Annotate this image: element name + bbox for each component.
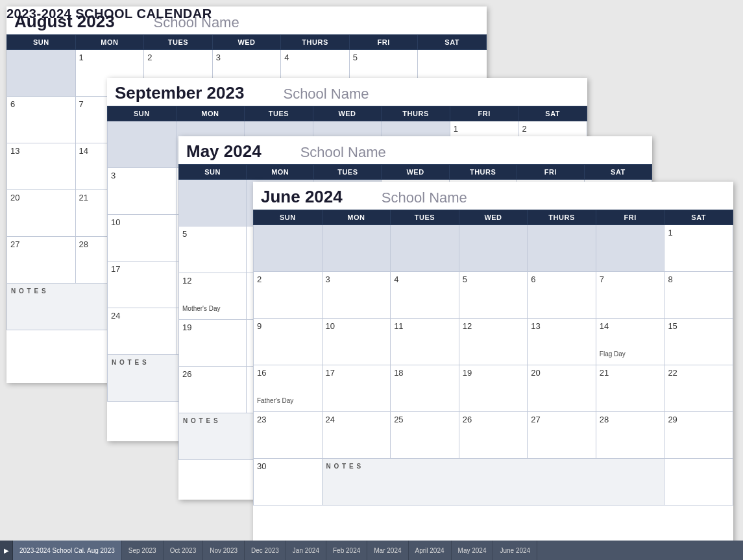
jun-16: 16Father's Day — [254, 365, 323, 412]
jun-7: 7 — [596, 272, 664, 319]
sep-col-thu: THURS — [382, 106, 450, 121]
jun-14: 14Flag Day — [596, 319, 664, 365]
jun-24: 24 — [322, 412, 391, 459]
mothers-day-event: Mother's Day — [182, 305, 243, 312]
tab-nov-2023[interactable]: Nov 2023 — [203, 541, 245, 560]
jun-12: 12 — [459, 319, 528, 365]
june-school-name: School Name — [382, 189, 467, 206]
sep-col-tue: TUES — [245, 106, 313, 121]
tab-scroll-left[interactable]: ▶ — [0, 541, 13, 560]
jun-e4 — [459, 225, 528, 272]
flag-day-event: Flag Day — [600, 350, 661, 358]
jun-2: 2 — [254, 272, 323, 319]
jun-5: 5 — [459, 272, 528, 319]
sep-17: 17 — [108, 262, 177, 308]
jun-25: 25 — [391, 412, 459, 459]
tab-mar-2024[interactable]: Mar 2024 — [367, 541, 408, 560]
jun-row-2: 2 3 4 5 6 7 8 — [254, 272, 733, 319]
june-header: June 2024 School Name — [253, 182, 733, 210]
may-col-thu: THURS — [449, 165, 517, 180]
jun-col-wed: WED — [459, 210, 528, 225]
sep-col-fri: FRI — [450, 106, 518, 121]
jun-18: 18 — [391, 365, 459, 412]
tab-sep-2023[interactable]: Sep 2023 — [122, 541, 164, 560]
aug-col-mon: MON — [75, 35, 144, 50]
jun-e1 — [254, 225, 323, 272]
jun-22: 22 — [664, 365, 733, 412]
page-main-title: 2023-2024 SCHOOL CALENDAR — [6, 6, 212, 21]
sep-24: 24 — [108, 308, 177, 355]
jun-e3 — [391, 225, 459, 272]
jun-9: 9 — [254, 319, 323, 365]
aug-col-tue: TUES — [144, 35, 213, 50]
may-19: 19 — [179, 320, 247, 367]
tab-oct-2023[interactable]: Oct 2023 — [164, 541, 204, 560]
jun-row-6: 30 N O T E S — [254, 459, 733, 505]
aug-col-wed: WED — [212, 35, 281, 50]
jun-1: 1 — [664, 225, 733, 272]
sep-col-mon: MON — [176, 106, 245, 121]
may-col-wed: WED — [382, 165, 449, 180]
jun-e2 — [322, 225, 391, 272]
jun-10: 10 — [322, 319, 391, 365]
aug-6: 6 — [7, 97, 76, 143]
jun-col-tue: TUES — [391, 210, 459, 225]
tab-may-2024[interactable]: May 2024 — [452, 541, 494, 560]
aug-col-sun: SUN — [7, 35, 76, 50]
may-col-fri: FRI — [517, 165, 584, 180]
tab-jan-2024[interactable]: Jan 2024 — [286, 541, 326, 560]
tab-bar: ▶ 2023-2024 School Cal. Aug 2023 Sep 202… — [0, 541, 743, 560]
aug-col-fri: FRI — [349, 35, 418, 50]
may-col-sun: SUN — [179, 165, 247, 180]
jun-col-fri: FRI — [596, 210, 664, 225]
jun-e5 — [528, 225, 596, 272]
june-grid: SUN MON TUES WED THURS FRI SAT 1 — [253, 210, 733, 505]
sep-10: 10 — [108, 215, 177, 262]
sep-col-wed: WED — [313, 106, 382, 121]
jun-29: 29 — [664, 412, 733, 459]
aug-col-thu: THURS — [281, 35, 350, 50]
september-header: September 2023 School Name — [107, 78, 587, 106]
aug-13: 13 — [7, 143, 76, 190]
may-col-tue: TUES — [314, 165, 382, 180]
jun-3: 3 — [322, 272, 391, 319]
jun-20: 20 — [528, 365, 596, 412]
may-month-title: May 2024 — [186, 141, 262, 162]
jun-notes-end — [664, 459, 733, 505]
jun-4: 4 — [391, 272, 459, 319]
page-title-area: 2023-2024 SCHOOL CALENDAR — [6, 6, 212, 21]
jun-23: 23 — [254, 412, 323, 459]
jun-row-3: 9 10 11 12 13 14Flag Day 15 — [254, 319, 733, 365]
jun-e6 — [596, 225, 664, 272]
jun-row-4: 16Father's Day 17 18 19 20 21 22 — [254, 365, 733, 412]
tab-june-2024[interactable]: June 2024 — [493, 541, 537, 560]
jun-19: 19 — [459, 365, 528, 412]
jun-30: 30 — [254, 459, 323, 505]
tab-aug-2023[interactable]: 2023-2024 School Cal. Aug 2023 — [13, 541, 122, 560]
aug-col-sat: SAT — [418, 35, 487, 50]
jun-28: 28 — [596, 412, 664, 459]
jun-26: 26 — [459, 412, 528, 459]
may-col-mon: MON — [247, 165, 314, 180]
jun-6: 6 — [528, 272, 596, 319]
september-month-title: September 2023 — [115, 83, 244, 103]
main-content-area: August 2023 School Name SUN MON TUES WED… — [0, 0, 743, 541]
aug-empty — [7, 50, 76, 97]
tab-april-2024[interactable]: April 2024 — [409, 541, 452, 560]
jun-notes: N O T E S — [322, 459, 664, 505]
tab-feb-2024[interactable]: Feb 2024 — [326, 541, 367, 560]
jun-17: 17 — [322, 365, 391, 412]
jun-13: 13 — [528, 319, 596, 365]
jun-row-1: 1 — [254, 225, 733, 272]
may-school-name: School Name — [300, 144, 386, 161]
aug-27: 27 — [7, 237, 76, 284]
sep-3: 3 — [108, 168, 177, 215]
jun-8: 8 — [664, 272, 733, 319]
may-header: May 2024 School Name — [178, 136, 652, 164]
may-12: 12Mother's Day — [179, 273, 247, 320]
tab-dec-2023[interactable]: Dec 2023 — [245, 541, 286, 560]
june-month-title: June 2024 — [261, 187, 343, 207]
jun-21: 21 — [596, 365, 664, 412]
jun-col-thu: THURS — [528, 210, 596, 225]
jun-row-5: 23 24 25 26 27 28 29 — [254, 412, 733, 459]
